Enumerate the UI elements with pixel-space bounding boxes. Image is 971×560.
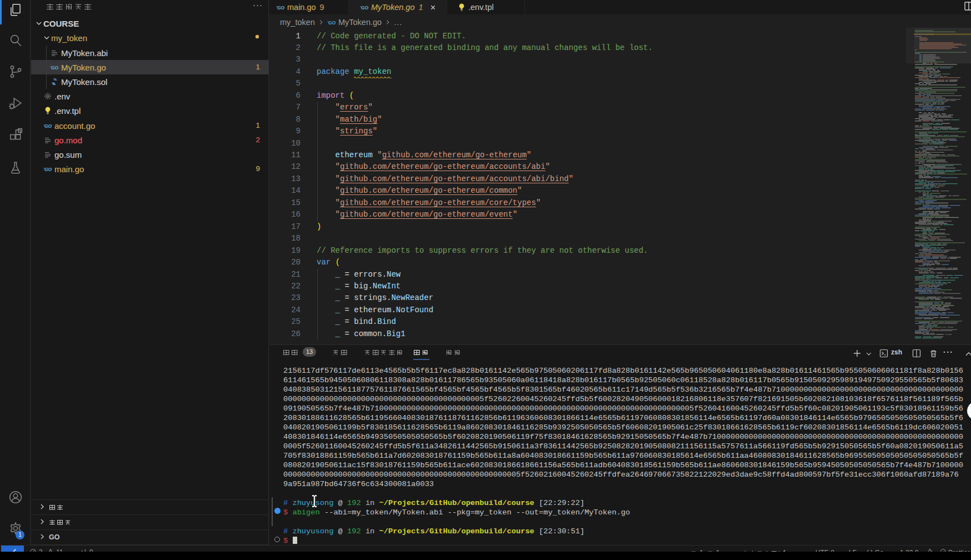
svg-text:GO: GO — [361, 5, 369, 11]
svg-text:GO: GO — [51, 65, 59, 71]
svg-text:GO: GO — [44, 167, 52, 172]
svg-text:GO: GO — [277, 5, 285, 11]
svg-text:GO: GO — [44, 123, 52, 129]
svg-text:GO: GO — [328, 20, 336, 26]
